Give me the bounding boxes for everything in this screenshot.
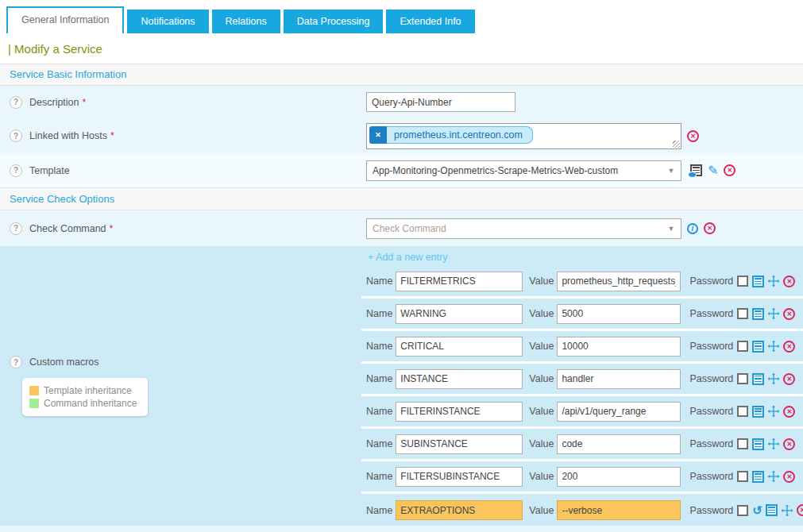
macro-name-label: Name xyxy=(366,406,392,417)
macro-delete-icon[interactable] xyxy=(783,276,795,287)
macro-description-icon[interactable] xyxy=(752,276,764,287)
help-icon[interactable] xyxy=(10,222,22,235)
macro-move-icon[interactable] xyxy=(767,438,780,450)
description-input[interactable] xyxy=(366,92,515,112)
macro-name-label: Name xyxy=(366,308,392,319)
remove-host-icon[interactable] xyxy=(369,126,387,144)
macro-name-input[interactable] xyxy=(396,500,523,520)
resize-handle[interactable] xyxy=(673,141,680,148)
required-asterisk: * xyxy=(110,130,114,141)
macro-row: Name Value Password xyxy=(361,331,803,364)
template-label-cell: Template xyxy=(0,164,361,177)
macro-name-input[interactable] xyxy=(396,337,523,357)
macro-name-input[interactable] xyxy=(396,369,523,389)
chevron-down-icon xyxy=(667,224,675,233)
macro-delete-icon[interactable] xyxy=(783,471,795,483)
add-new-entry-link[interactable]: + Add a new entry xyxy=(361,246,803,266)
macro-password-checkbox[interactable] xyxy=(737,276,748,287)
macro-delete-icon[interactable] xyxy=(783,373,795,385)
macro-description-icon[interactable] xyxy=(752,406,764,418)
template-selected-value: App-Monitoring-Openmetrics-Scrape-Metric… xyxy=(373,165,667,176)
custom-macros-rows: + Add a new entry Name Value Password Na… xyxy=(361,246,803,526)
macro-description-icon[interactable] xyxy=(752,471,764,483)
linked-hosts-label-cell: Linked with Hosts * xyxy=(0,129,361,142)
macro-value-input[interactable] xyxy=(557,402,681,422)
macro-password-checkbox[interactable] xyxy=(737,505,748,516)
help-icon[interactable] xyxy=(10,356,22,368)
macro-value-input[interactable] xyxy=(557,272,681,291)
macro-description-icon[interactable] xyxy=(752,341,764,353)
macro-value-input[interactable] xyxy=(557,304,681,324)
macro-row: Name Value Password xyxy=(361,364,803,396)
clear-template-icon[interactable] xyxy=(724,164,735,176)
macro-move-icon[interactable] xyxy=(767,372,780,385)
macro-password-checkbox[interactable] xyxy=(737,406,748,417)
edit-template-icon[interactable] xyxy=(708,164,718,177)
macro-description-icon[interactable] xyxy=(752,438,764,450)
macro-password-label: Password xyxy=(689,505,733,516)
macro-delete-icon[interactable] xyxy=(797,504,803,516)
macro-delete-icon[interactable] xyxy=(783,308,795,320)
macro-name-label: Name xyxy=(366,373,392,384)
description-label: Description xyxy=(29,97,79,108)
macro-password-label: Password xyxy=(689,471,733,482)
template-select[interactable]: App-Monitoring-Openmetrics-Scrape-Metric… xyxy=(366,160,681,181)
check-command-select[interactable]: Check Command xyxy=(366,218,681,239)
macro-password-checkbox[interactable] xyxy=(737,471,748,482)
macro-description-icon[interactable] xyxy=(752,308,764,320)
macro-delete-icon[interactable] xyxy=(783,438,795,450)
modify-service-page: General Information Notifications Relati… xyxy=(0,0,803,532)
macro-password-checkbox[interactable] xyxy=(737,341,748,352)
clear-check-command-icon[interactable] xyxy=(704,222,716,234)
tab-notifications[interactable]: Notifications xyxy=(127,10,208,33)
macro-description-icon[interactable] xyxy=(752,373,764,385)
host-chip: prometheus.int.centreon.com xyxy=(369,126,533,144)
template-inheritance-swatch xyxy=(29,386,39,395)
macro-delete-icon[interactable] xyxy=(783,341,795,353)
info-icon[interactable] xyxy=(687,223,698,234)
macro-name-label: Name xyxy=(366,438,392,449)
macro-move-icon[interactable] xyxy=(781,504,793,517)
macro-value-input[interactable] xyxy=(557,369,681,389)
linked-hosts-multiselect[interactable]: prometheus.int.centreon.com xyxy=(366,123,681,149)
macro-move-icon[interactable] xyxy=(767,275,780,287)
view-template-icon[interactable] xyxy=(690,164,702,176)
macro-move-icon[interactable] xyxy=(767,307,780,320)
macro-name-input[interactable] xyxy=(396,434,523,454)
help-icon[interactable] xyxy=(10,129,22,142)
macro-password-checkbox[interactable] xyxy=(737,308,748,319)
macro-move-icon[interactable] xyxy=(767,405,780,418)
legend-template-inheritance: Template inheritance xyxy=(29,385,141,396)
macro-value-label: Value xyxy=(529,308,554,319)
macro-value-input[interactable] xyxy=(557,500,681,520)
check-command-field-cell: Check Command xyxy=(361,218,803,239)
macro-name-label: Name xyxy=(366,471,392,482)
macro-password-checkbox[interactable] xyxy=(737,373,748,384)
macro-move-icon[interactable] xyxy=(767,340,780,353)
help-icon[interactable] xyxy=(10,96,22,109)
tab-relations[interactable]: Relations xyxy=(212,10,280,33)
macro-name-input[interactable] xyxy=(396,304,523,324)
clear-hosts-icon[interactable] xyxy=(687,130,699,142)
tab-data-processing[interactable]: Data Processing xyxy=(284,10,384,33)
tab-general-information[interactable]: General Information xyxy=(6,6,124,33)
macro-password-label: Password xyxy=(689,438,733,449)
macro-delete-icon[interactable] xyxy=(783,406,795,418)
macro-value-input[interactable] xyxy=(557,337,681,357)
legend-label: Template inheritance xyxy=(44,385,132,396)
macro-undo-icon[interactable] xyxy=(752,504,762,516)
macro-password-checkbox[interactable] xyxy=(737,438,748,449)
macro-name-input[interactable] xyxy=(396,467,523,487)
macro-password-label: Password xyxy=(689,406,733,417)
macro-value-input[interactable] xyxy=(557,467,681,487)
macro-description-icon[interactable] xyxy=(766,504,778,516)
macro-password-label: Password xyxy=(689,308,733,319)
tab-extended-info[interactable]: Extended Info xyxy=(386,10,474,33)
help-icon[interactable] xyxy=(10,164,22,177)
macro-move-icon[interactable] xyxy=(767,470,780,483)
macro-value-input[interactable] xyxy=(557,434,681,454)
macro-name-input[interactable] xyxy=(396,272,523,291)
macro-name-input[interactable] xyxy=(396,402,523,422)
custom-macros-label-cell: Custom macros xyxy=(0,356,361,368)
legend-command-inheritance: Command inheritance xyxy=(29,398,141,409)
